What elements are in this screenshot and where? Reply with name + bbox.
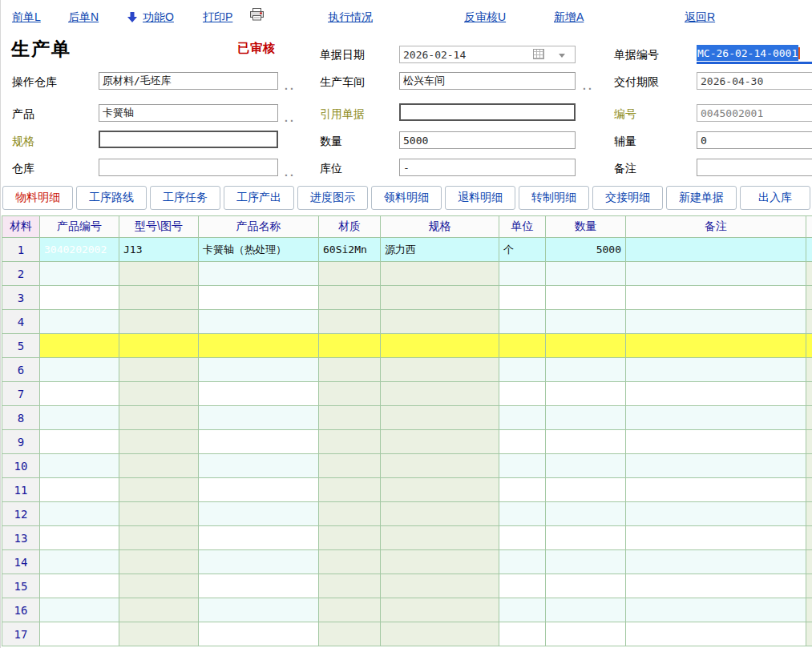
grid-cell[interactable] [40, 382, 119, 406]
row-number[interactable]: 6 [2, 358, 40, 382]
grid-cell[interactable] [199, 454, 319, 478]
deadline-input[interactable] [697, 72, 812, 90]
grid-cell[interactable] [626, 382, 806, 406]
grid-cell[interactable] [626, 478, 806, 502]
grid-cell[interactable] [119, 598, 199, 622]
grid-cell[interactable]: 个 [499, 238, 546, 262]
grid-cell[interactable] [381, 574, 499, 598]
grid-cell[interactable] [199, 622, 319, 646]
grid-cell[interactable] [319, 550, 381, 574]
grid-cell[interactable] [381, 310, 499, 334]
grid-cell[interactable] [199, 382, 319, 406]
grid-cell[interactable] [199, 358, 319, 382]
row-number[interactable]: 5 [2, 334, 40, 358]
grid-cell[interactable] [40, 262, 119, 286]
grid-cell[interactable] [499, 454, 546, 478]
tab-button[interactable]: 交接明细 [592, 186, 663, 210]
tab-button[interactable]: 出入库 [740, 186, 810, 210]
tab-button[interactable]: 工序产出 [224, 186, 294, 210]
grid-cell[interactable] [199, 526, 319, 550]
grid-cell[interactable] [499, 598, 546, 622]
row-number[interactable]: 7 [2, 382, 40, 406]
execution-status-link[interactable]: 执行情况 [328, 10, 373, 25]
grid-cell[interactable]: J13 [119, 238, 199, 262]
grid-cell[interactable] [40, 574, 119, 598]
tab-button[interactable]: 工序任务 [150, 186, 220, 210]
tab-button[interactable]: 工序路线 [76, 186, 147, 210]
grid-cell[interactable] [381, 430, 499, 454]
grid-cell[interactable] [199, 286, 319, 310]
grid-cell[interactable]: 60Si2Mn [319, 238, 381, 262]
grid-cell[interactable] [119, 382, 199, 406]
grid-cell[interactable] [499, 502, 546, 526]
grid-cell[interactable]: 3040202002 [40, 238, 119, 262]
grid-cell[interactable] [319, 502, 381, 526]
grid-cell[interactable] [119, 430, 199, 454]
qty-input[interactable] [399, 131, 576, 149]
grid-cell[interactable] [381, 286, 499, 310]
prev-doc-link[interactable]: 前单L [12, 10, 41, 25]
grid-cell[interactable] [546, 502, 626, 526]
tab-button[interactable]: 物料明细 [2, 186, 73, 210]
grid-cell[interactable] [119, 454, 199, 478]
row-number[interactable]: 16 [2, 598, 40, 622]
grid-cell[interactable] [119, 574, 199, 598]
grid-cell[interactable] [40, 622, 119, 646]
tab-button[interactable]: 领料明细 [371, 186, 442, 210]
print-link[interactable]: 打印P [203, 10, 232, 25]
grid-cell[interactable] [626, 262, 806, 286]
grid-cell[interactable] [499, 478, 546, 502]
grid-cell[interactable] [381, 358, 499, 382]
grid-cell[interactable] [40, 310, 119, 334]
grid-cell[interactable] [499, 262, 546, 286]
grid-cell[interactable] [381, 382, 499, 406]
next-doc-link[interactable]: 后单N [68, 10, 99, 25]
row-number[interactable]: 9 [2, 430, 40, 454]
grid-cell[interactable] [119, 478, 199, 502]
grid-cell[interactable] [626, 310, 806, 334]
row-number[interactable]: 15 [2, 574, 40, 598]
grid-cell[interactable] [199, 478, 319, 502]
tab-button[interactable]: 新建单据 [666, 186, 737, 210]
aux-qty-input[interactable] [697, 131, 812, 149]
grid-cell[interactable] [626, 598, 806, 622]
grid-cell[interactable] [119, 286, 199, 310]
product-browse-button[interactable]: .. [285, 114, 296, 122]
grid-cell[interactable] [199, 310, 319, 334]
grid-cell[interactable] [381, 454, 499, 478]
grid-cell[interactable] [546, 550, 626, 574]
grid-cell[interactable] [626, 406, 806, 430]
grid-cell[interactable] [40, 430, 119, 454]
grid-cell[interactable] [381, 598, 499, 622]
grid-cell[interactable] [40, 454, 119, 478]
grid-cell[interactable] [319, 478, 381, 502]
grid-cell[interactable] [40, 286, 119, 310]
grid-cell[interactable] [546, 382, 626, 406]
grid-cell[interactable] [319, 622, 381, 646]
grid-cell[interactable] [499, 310, 546, 334]
grid-cell[interactable] [626, 334, 806, 358]
grid-cell[interactable] [499, 622, 546, 646]
grid-cell[interactable] [546, 574, 626, 598]
grid-cell[interactable] [546, 406, 626, 430]
grid-cell[interactable] [319, 382, 381, 406]
grid-cell[interactable] [40, 406, 119, 430]
grid-cell[interactable] [499, 526, 546, 550]
grid-cell[interactable] [40, 526, 119, 550]
grid-cell[interactable] [546, 622, 626, 646]
functions-menu-link[interactable]: 功能O [143, 10, 174, 25]
grid-cell[interactable] [546, 310, 626, 334]
grid-cell[interactable] [319, 262, 381, 286]
grid-cell[interactable] [319, 310, 381, 334]
grid-cell[interactable] [546, 358, 626, 382]
grid-cell[interactable] [381, 406, 499, 430]
grid-cell[interactable] [319, 526, 381, 550]
grid-cell[interactable] [40, 502, 119, 526]
workshop-browse-button[interactable]: .. [583, 82, 594, 90]
grid-cell[interactable] [319, 334, 381, 358]
spec-input[interactable] [99, 131, 278, 148]
workshop-input[interactable] [399, 72, 576, 90]
grid-cell[interactable] [626, 502, 806, 526]
printer-icon[interactable] [249, 8, 265, 24]
row-number[interactable]: 8 [2, 406, 40, 430]
